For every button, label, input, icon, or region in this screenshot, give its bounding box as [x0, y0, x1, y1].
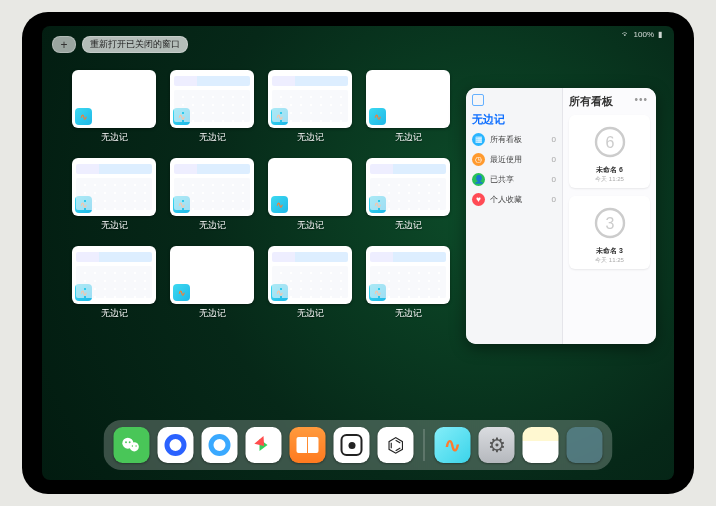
- clock-icon: ◷: [472, 153, 485, 166]
- freeform-app-badge-icon: ∿: [369, 284, 386, 301]
- sidebar-menu-item[interactable]: ▦所有看板0: [472, 133, 556, 146]
- svg-text:6: 6: [605, 134, 614, 151]
- sidebar-menu-item[interactable]: 👤已共享0: [472, 173, 556, 186]
- freeform-app-badge-icon: ∿: [369, 196, 386, 213]
- window-card[interactable]: ∿无边记: [72, 158, 156, 238]
- sidebar-toggle-icon[interactable]: [472, 94, 484, 106]
- window-thumbnail[interactable]: ∿: [268, 70, 352, 128]
- ipad-frame: ᯤ 100% ▮ + 重新打开已关闭的窗口 ∿无边记∿无边记∿无边记∿无边记∿无…: [22, 12, 694, 494]
- window-card[interactable]: ∿无边记: [170, 70, 254, 150]
- menu-item-label: 最近使用: [490, 154, 522, 165]
- board-name: 未命名 3: [596, 246, 623, 256]
- screen: ᯤ 100% ▮ + 重新打开已关闭的窗口 ∿无边记∿无边记∿无边记∿无边记∿无…: [42, 26, 674, 480]
- hex-icon[interactable]: ⌬: [378, 427, 414, 463]
- board-date: 今天 11:25: [595, 256, 624, 265]
- window-card[interactable]: ∿无边记: [72, 70, 156, 150]
- appgroup-icon[interactable]: [567, 427, 603, 463]
- window-label: 无边记: [199, 307, 226, 320]
- freeform-app-badge-icon: ∿: [75, 196, 92, 213]
- menu-item-count: 0: [552, 155, 556, 164]
- window-card[interactable]: ∿无边记: [268, 158, 352, 238]
- window-thumbnail[interactable]: ∿: [72, 158, 156, 216]
- battery-label: 100%: [634, 30, 654, 39]
- dice-icon[interactable]: [334, 427, 370, 463]
- heart-icon: ♥: [472, 193, 485, 206]
- window-label: 无边记: [395, 131, 422, 144]
- notes-icon[interactable]: [523, 427, 559, 463]
- freeform-app-badge-icon: ∿: [173, 108, 190, 125]
- window-card[interactable]: ∿无边记: [170, 246, 254, 326]
- sidebar-menu-item[interactable]: ♥个人收藏0: [472, 193, 556, 206]
- svg-point-8: [132, 445, 133, 446]
- window-thumbnail[interactable]: ∿: [366, 158, 450, 216]
- window-card[interactable]: ∿无边记: [268, 70, 352, 150]
- menu-item-count: 0: [552, 175, 556, 184]
- settings-icon[interactable]: ⚙: [479, 427, 515, 463]
- board-thumbnail: 3: [579, 200, 641, 246]
- window-label: 无边记: [101, 219, 128, 232]
- reopen-closed-window-button[interactable]: 重新打开已关闭的窗口: [82, 36, 188, 53]
- freeform-app-badge-icon: ∿: [173, 284, 190, 301]
- svg-text:3: 3: [605, 215, 614, 232]
- window-label: 无边记: [297, 219, 324, 232]
- user-icon: 👤: [472, 173, 485, 186]
- freeform-app-badge-icon: ∿: [369, 108, 386, 125]
- freeform-icon[interactable]: ∿: [435, 427, 471, 463]
- window-thumbnail[interactable]: ∿: [72, 246, 156, 304]
- panel-more-button[interactable]: •••: [634, 94, 648, 105]
- menu-item-count: 0: [552, 195, 556, 204]
- window-thumbnail[interactable]: ∿: [268, 158, 352, 216]
- freeform-app-badge-icon: ∿: [75, 284, 92, 301]
- window-thumbnail[interactable]: ∿: [170, 246, 254, 304]
- window-thumbnail[interactable]: ∿: [72, 70, 156, 128]
- wifi-icon: ᯤ: [622, 30, 630, 39]
- board-card[interactable]: 6未命名 6今天 11:25: [569, 115, 650, 188]
- menu-item-label: 已共享: [490, 174, 514, 185]
- wechat-icon[interactable]: [114, 427, 150, 463]
- window-thumbnail[interactable]: ∿: [366, 70, 450, 128]
- window-card[interactable]: ∿无边记: [366, 246, 450, 326]
- window-label: 无边记: [395, 219, 422, 232]
- sidebar-menu-item[interactable]: ◷最近使用0: [472, 153, 556, 166]
- window-card[interactable]: ∿无边记: [366, 158, 450, 238]
- window-label: 无边记: [395, 307, 422, 320]
- board-name: 未命名 6: [596, 165, 623, 175]
- freeform-app-badge-icon: ∿: [271, 196, 288, 213]
- window-card[interactable]: ∿无边记: [170, 158, 254, 238]
- svg-point-9: [135, 445, 136, 446]
- window-label: 无边记: [297, 307, 324, 320]
- qqbrowser-icon[interactable]: [158, 427, 194, 463]
- window-thumbnail[interactable]: ∿: [366, 246, 450, 304]
- window-card[interactable]: ∿无边记: [72, 246, 156, 326]
- window-thumbnail[interactable]: ∿: [170, 70, 254, 128]
- play-icon[interactable]: [246, 427, 282, 463]
- top-controls: + 重新打开已关闭的窗口: [52, 36, 188, 53]
- menu-item-count: 0: [552, 135, 556, 144]
- panel-sidebar: 无边记 ▦所有看板0◷最近使用0👤已共享0♥个人收藏0: [466, 88, 562, 344]
- window-card[interactable]: ∿无边记: [366, 70, 450, 150]
- menu-item-label: 个人收藏: [490, 194, 522, 205]
- status-bar: ᯤ 100% ▮: [622, 30, 662, 39]
- window-thumbnail[interactable]: ∿: [170, 158, 254, 216]
- window-label: 无边记: [199, 219, 226, 232]
- window-card[interactable]: ∿无边记: [268, 246, 352, 326]
- freeform-app-badge-icon: ∿: [75, 108, 92, 125]
- board-date: 今天 11:25: [595, 175, 624, 184]
- dock: ⌬ ∿ ⚙: [104, 420, 613, 470]
- window-label: 无边记: [199, 131, 226, 144]
- quark-icon[interactable]: [202, 427, 238, 463]
- books-icon[interactable]: [290, 427, 326, 463]
- svg-point-6: [125, 441, 127, 443]
- freeform-app-badge-icon: ∿: [271, 284, 288, 301]
- panel-content: 所有看板 6未命名 6今天 11:253未命名 3今天 11:25: [562, 88, 656, 344]
- window-thumbnail[interactable]: ∿: [268, 246, 352, 304]
- battery-icon: ▮: [658, 30, 662, 39]
- board-thumbnail: 6: [579, 119, 641, 165]
- board-card[interactable]: 3未命名 3今天 11:25: [569, 196, 650, 269]
- new-window-button[interactable]: +: [52, 36, 76, 53]
- panel-left-title: 无边记: [472, 112, 556, 127]
- dock-separator: [424, 429, 425, 461]
- svg-point-7: [129, 441, 131, 443]
- menu-item-label: 所有看板: [490, 134, 522, 145]
- window-label: 无边记: [297, 131, 324, 144]
